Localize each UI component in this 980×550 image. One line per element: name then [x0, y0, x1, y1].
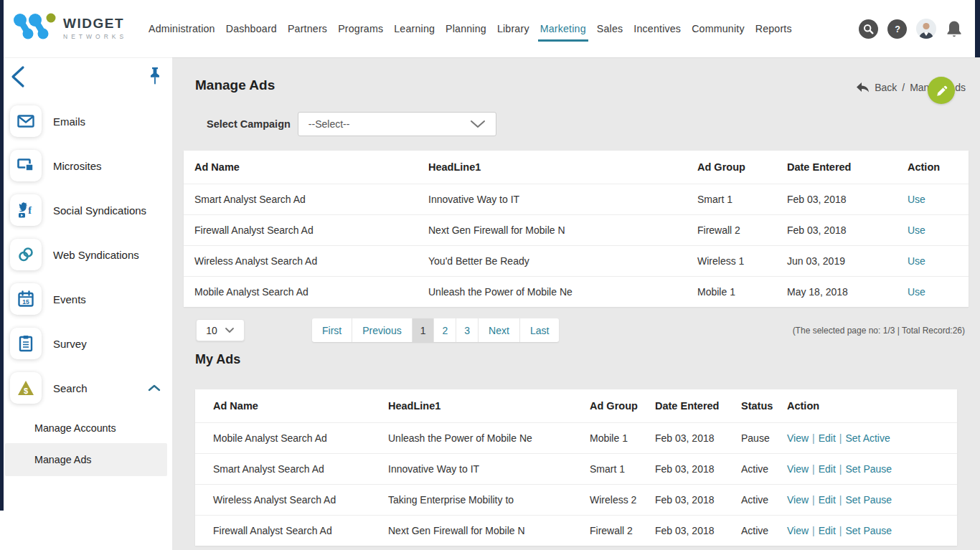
status-cell: Active	[741, 463, 787, 475]
edit-link[interactable]: Edit	[819, 463, 836, 475]
pin-sidebar-button[interactable]	[148, 67, 162, 88]
nav-partners[interactable]: Partners	[288, 23, 327, 34]
breadcrumb-separator: /	[902, 82, 905, 93]
chevron-down-icon	[225, 327, 235, 333]
social-icon: f	[10, 194, 42, 226]
ad-name-cell: Mobile Analyst Search Ad	[194, 286, 428, 298]
sidebar-item-search[interactable]: $ Search	[0, 372, 172, 404]
actions-cell: View|Edit|Set Pause	[787, 463, 957, 475]
logo[interactable]: WIDGET NETWORKS	[11, 11, 127, 44]
date-entered-cell: Feb 03, 2018	[655, 494, 741, 506]
nav-community[interactable]: Community	[692, 23, 745, 34]
svg-text:$: $	[24, 387, 28, 395]
sidebar-item-web-syndications[interactable]: Web Syndications	[0, 239, 172, 270]
edit-link[interactable]: Edit	[819, 432, 836, 444]
view-link[interactable]: View	[787, 494, 809, 506]
nav-learning[interactable]: Learning	[394, 23, 435, 34]
nav-incentives[interactable]: Incentives	[633, 23, 681, 34]
nav-library[interactable]: Library	[497, 23, 529, 34]
use-link[interactable]: Use	[908, 255, 925, 267]
search-icon[interactable]	[859, 19, 878, 39]
ad-group-cell: Firewall 2	[590, 525, 655, 536]
sidebar-item-label: Microsites	[53, 160, 102, 172]
avatar[interactable]	[916, 19, 936, 39]
ad-group-cell: Smart 1	[590, 463, 655, 475]
table-row: Mobile Analyst Search Ad Unleash the Pow…	[184, 276, 969, 307]
table-row: Firewall Analyst Search Ad Next Gen Fire…	[195, 515, 957, 546]
page-1-button[interactable]: 1	[412, 318, 434, 342]
headline-cell: Unleash the Power of Mobile Ne	[428, 286, 697, 298]
page-2-button[interactable]: 2	[433, 318, 456, 342]
last-page-button[interactable]: Last	[519, 318, 559, 342]
edit-button[interactable]	[928, 77, 955, 104]
sidebar-item-emails[interactable]: Emails	[0, 105, 172, 137]
nav-marketing[interactable]: Marketing	[540, 23, 586, 34]
svg-text:15: 15	[22, 298, 29, 305]
actions-cell: View|Edit|Set Active	[787, 432, 957, 444]
ad-group-cell: Wireless 2	[590, 494, 655, 506]
links-icon	[10, 239, 42, 270]
next-page-button[interactable]: Next	[478, 318, 519, 342]
set-active-link[interactable]: Set Active	[846, 432, 890, 444]
nav-administration[interactable]: Administration	[149, 23, 215, 34]
sidebar-item-social-syndications[interactable]: f Social Syndications	[0, 194, 172, 226]
sidebar-item-label: Web Syndications	[53, 249, 139, 261]
use-link[interactable]: Use	[908, 286, 925, 298]
headline-cell: Taking Enterprise Mobility to	[388, 494, 590, 506]
microsites-icon	[10, 150, 42, 181]
main-content: Manage Ads Back / Manage Ads Select Camp…	[172, 57, 980, 550]
previous-page-button[interactable]: Previous	[352, 318, 411, 342]
set-pause-link[interactable]: Set Pause	[846, 463, 892, 475]
breadcrumb-back-link[interactable]: Back	[875, 82, 897, 93]
sidebar-item-events[interactable]: 15 Events	[0, 283, 172, 315]
table-row: Wireless Analyst Search Ad Taking Enterp…	[195, 484, 957, 515]
date-entered-cell: Feb 03, 2018	[655, 463, 741, 475]
page-3-button[interactable]: 3	[456, 318, 478, 342]
sidebar-item-manage-accounts[interactable]: Manage Accounts	[0, 418, 167, 438]
date-entered-cell: Feb 03, 2018	[787, 224, 908, 236]
page-size-select[interactable]: 10	[196, 319, 245, 341]
top-bar: WIDGET NETWORKS Administration Dashboard…	[0, 0, 980, 57]
column-header: Ad Group	[590, 400, 655, 412]
campaign-select[interactable]: --Select--	[298, 112, 496, 136]
ads-table-header: Ad Name HeadLine1 Ad Group Date Entered …	[184, 151, 969, 184]
sidebar-item-manage-ads[interactable]: Manage Ads	[5, 443, 167, 476]
my-ads-title: My Ads	[195, 352, 240, 367]
ad-group-cell: Mobile 1	[697, 286, 787, 298]
action-separator: |	[812, 525, 815, 536]
set-pause-link[interactable]: Set Pause	[846, 494, 892, 506]
sidebar-item-microsites[interactable]: Microsites	[0, 150, 172, 181]
nav-sales[interactable]: Sales	[597, 23, 623, 34]
use-link[interactable]: Use	[908, 224, 925, 236]
ad-name-cell: Wireless Analyst Search Ad	[213, 494, 388, 506]
headline-cell: Next Gen Firewall for Mobile N	[388, 525, 590, 536]
chevron-up-icon[interactable]	[148, 384, 161, 392]
view-link[interactable]: View	[787, 525, 809, 536]
page-title: Manage Ads	[195, 77, 275, 93]
use-link[interactable]: Use	[908, 194, 925, 205]
ads-table: Ad Name HeadLine1 Ad Group Date Entered …	[184, 151, 969, 307]
first-page-button[interactable]: First	[312, 318, 352, 342]
view-link[interactable]: View	[787, 463, 809, 475]
help-icon[interactable]: ?	[887, 19, 907, 39]
ad-group-cell: Wireless 1	[697, 255, 787, 267]
sidebar-item-survey[interactable]: Survey	[0, 328, 172, 359]
set-pause-link[interactable]: Set Pause	[846, 525, 892, 536]
edit-link[interactable]: Edit	[819, 494, 836, 506]
column-header: Date Entered	[787, 161, 908, 173]
collapse-sidebar-button[interactable]	[9, 65, 27, 92]
edit-link[interactable]: Edit	[819, 525, 836, 536]
logo-icon	[11, 11, 56, 44]
view-link[interactable]: View	[787, 432, 809, 444]
nav-planning[interactable]: Planning	[446, 23, 486, 34]
search-dollar-icon: $	[10, 372, 42, 404]
status-cell: Active	[741, 494, 787, 506]
svg-text:?: ?	[895, 24, 900, 34]
nav-programs[interactable]: Programs	[338, 23, 383, 34]
sidebar-subitem-label: Manage Ads	[34, 454, 91, 465]
nav-dashboard[interactable]: Dashboard	[226, 23, 277, 34]
nav-reports[interactable]: Reports	[755, 23, 792, 34]
calendar-icon: 15	[10, 283, 42, 315]
ad-name-cell: Wireless Analyst Search Ad	[194, 255, 428, 267]
notifications-bell-icon[interactable]	[946, 19, 963, 38]
